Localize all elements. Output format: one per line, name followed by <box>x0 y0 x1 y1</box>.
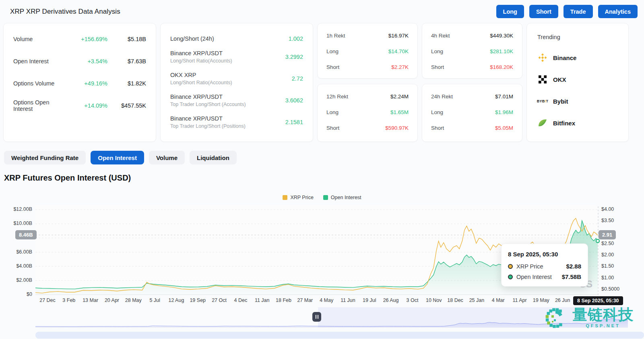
ratio-row-binance-xrp-usdt-top-trader-long-short-accounts: Binance XRP/USDTTop Trader Long/Short (A… <box>170 92 303 108</box>
rekt-card-24h-rekt: 24h Rekt$7.01MLong$1.96MShort$5.05M <box>422 84 522 142</box>
y-right-tick: $0.5000 <box>601 286 632 292</box>
header: XRP XRP Derivatives Data Analysis LongSh… <box>0 0 644 23</box>
bybit-text: BYB <box>537 99 545 103</box>
ratio-labels: Binance XRP/USDTLong/Short Ratio(Account… <box>170 50 285 64</box>
y-right-tick: $2.50 <box>601 241 632 246</box>
trending-item-name: Bitfinex <box>553 120 575 127</box>
rekt-row-short: Short$168.20K <box>431 63 513 71</box>
tab-liquidation[interactable]: Liquidation <box>190 151 237 164</box>
rekt-value: $2.27K <box>391 64 409 70</box>
trending-items: BinanceOKXBYB!TBybitBitfinex <box>537 47 618 134</box>
trending-item-name: Bybit <box>553 98 568 105</box>
rekt-row-long: Long$281.10K <box>431 48 513 55</box>
trending-item-bitfinex[interactable]: Bitfinex <box>537 112 618 134</box>
y-left-tick: $4.00B <box>0 263 32 269</box>
chart-tooltip: 8 Sep 2025, 05:30 XRP Price$2.88Open Int… <box>501 243 588 287</box>
y-left-tick: $12.00B <box>0 206 32 212</box>
trending-item-bybit[interactable]: BYB!TBybit <box>537 90 618 112</box>
stat-label: Options Open Interest <box>13 99 67 112</box>
stat-change: +49.16% <box>67 80 107 87</box>
ratio-main-label: Binance XRP/USDT <box>170 115 285 122</box>
legend-swatch <box>283 195 287 200</box>
stat-value: $5.18B <box>107 36 146 42</box>
stat-change: +14.09% <box>67 102 107 109</box>
y-right-tick: $2.00 <box>601 252 632 258</box>
rekt-row-24h-rekt: 24h Rekt$7.01M <box>431 93 513 100</box>
legend-swatch <box>323 195 328 200</box>
tab-open-interest[interactable]: Open Interest <box>91 151 144 164</box>
stat-label: Volume <box>13 36 67 42</box>
rekt-value: $14.70K <box>388 48 409 54</box>
header-button-short[interactable]: Short <box>529 5 558 18</box>
rekt-row-12h-rekt: 12h Rekt$2.24M <box>326 93 409 100</box>
ratio-sub-label: Top Trader Long/Short (Positions) <box>170 123 285 129</box>
watermark-subtext: QFSP.NET <box>572 323 634 328</box>
rekt-card-12h-rekt: 12h Rekt$2.24MLong$1.65MShort$590.97K <box>317 84 418 142</box>
stat-value: $1.82K <box>107 80 146 87</box>
rekt-label: Long <box>326 109 390 115</box>
watermark-logo-icon <box>543 305 569 331</box>
stat-label: Open Interest <box>13 58 67 64</box>
rekt-label: Long <box>326 48 388 54</box>
y-left-tick: $10.00B <box>0 220 32 226</box>
market-stats-card: Volume+156.69%$5.18BOpen Interest+3.54%$… <box>3 23 156 142</box>
rekt-value: $449.30K <box>490 33 513 39</box>
y-left-tick: $2.00B <box>0 277 32 283</box>
okx-logo-icon <box>537 74 548 85</box>
bybit-text: T <box>546 99 549 103</box>
rekt-value: $168.20K <box>490 64 513 70</box>
legend-item-xrp-price[interactable]: XRP Price <box>283 195 313 200</box>
stat-row-open-interest: Open Interest+3.54%$7.63B <box>13 57 146 66</box>
tab-weighted-funding-rate[interactable]: Weighted Funding Rate <box>4 151 86 164</box>
ratio-main-label: Binance XRP/USDT <box>170 50 285 56</box>
rekt-row-short: Short$590.97K <box>326 124 409 131</box>
ratio-value: 3.2992 <box>285 54 303 60</box>
bybit-wordmark: BYB!T <box>537 99 549 103</box>
tooltip-row-open-interest: Open Interest$7.58B <box>508 273 581 280</box>
tab-volume[interactable]: Volume <box>149 151 185 164</box>
rekt-row-1h-rekt: 1h Rekt$16.97K <box>326 32 409 39</box>
rekt-label: Long <box>431 109 495 115</box>
horizontal-scrollbar[interactable] <box>35 332 644 339</box>
header-button-long[interactable]: Long <box>496 5 524 18</box>
legend-label: XRP Price <box>290 195 313 200</box>
tooltip-timestamp: 8 Sep 2025, 05:30 <box>508 251 581 258</box>
trending-item-name: OKX <box>553 76 566 83</box>
tooltip-series-name: XRP Price <box>516 263 566 270</box>
legend-item-open-interest[interactable]: Open Interest <box>323 195 361 200</box>
trending-item-binance[interactable]: Binance <box>537 47 618 69</box>
chart-section-title: XRP Futures Open Interest (USD) <box>4 173 131 183</box>
stat-row-volume: Volume+156.69%$5.18B <box>13 35 146 44</box>
trending-item-okx[interactable]: OKX <box>537 69 618 90</box>
ratio-sub-label: Top Trader Long/Short (Accounts) <box>170 102 285 107</box>
tooltip-series-dot <box>508 264 513 269</box>
stat-change: +3.54% <box>67 58 107 64</box>
xrp-derivatives-dashboard: XRP XRP Derivatives Data Analysis LongSh… <box>0 0 644 339</box>
rekt-value: $2.24M <box>390 94 409 100</box>
chart-legend: XRP PriceOpen Interest <box>0 195 644 200</box>
ratio-row-binance-xrp-usdt-long-short-ratio-accounts: Binance XRP/USDTLong/Short Ratio(Account… <box>170 49 303 65</box>
ratio-row-long-short-24h: Long/Short (24h)1.002 <box>170 34 303 44</box>
navigator-handle[interactable] <box>312 312 321 322</box>
rekt-value: $281.10K <box>490 48 513 54</box>
rekt-row-long: Long$14.70K <box>326 48 409 55</box>
ratio-sub-label: Long/Short Ratio(Accounts) <box>170 80 292 85</box>
stat-row-options-open-interest: Options Open Interest+14.09%$457.55K <box>13 101 146 110</box>
rekt-value: $5.05M <box>495 125 513 131</box>
rekt-row-4h-rekt: 4h Rekt$449.30K <box>431 32 513 39</box>
ratio-row-okx-xrp-long-short-ratio-accounts: OKX XRPLong/Short Ratio(Accounts)2.72 <box>170 71 303 87</box>
rekt-row-short: Short$2.27K <box>326 63 409 71</box>
rekt-label: Short <box>431 125 495 131</box>
rekt-value: $590.97K <box>385 125 409 131</box>
ratio-labels: Long/Short (24h) <box>170 35 289 42</box>
header-button-analytics[interactable]: Analytics <box>598 5 638 18</box>
ratio-value: 2.1581 <box>285 119 303 125</box>
page-title: XRP XRP Derivatives Data Analysis <box>10 8 120 16</box>
stat-value: $457.55K <box>107 102 146 109</box>
stat-change: +156.69% <box>67 36 107 42</box>
rekt-label: Long <box>431 48 490 54</box>
header-button-trade[interactable]: Trade <box>564 5 593 18</box>
rekt-label: Short <box>431 64 490 70</box>
price-value-badge: 2.91 <box>599 230 616 239</box>
rekt-label: 1h Rekt <box>326 33 388 39</box>
